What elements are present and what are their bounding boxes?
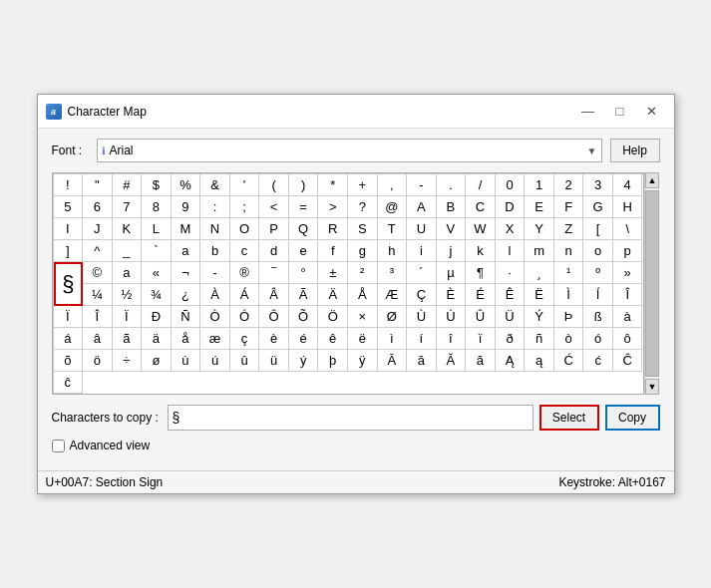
char-cell[interactable]: D: [496, 196, 526, 218]
char-cell[interactable]: g: [348, 240, 378, 262]
char-cell[interactable]: æ: [200, 328, 230, 350]
char-cell[interactable]: á: [54, 328, 84, 350]
char-cell[interactable]: Î: [613, 284, 643, 306]
char-cell[interactable]: »: [613, 262, 643, 284]
char-cell[interactable]: $: [142, 174, 172, 196]
char-cell[interactable]: N: [200, 218, 230, 240]
char-cell[interactable]: å: [172, 328, 201, 350]
char-cell[interactable]: «: [142, 262, 172, 284]
char-cell[interactable]: %: [172, 174, 201, 196]
char-cell[interactable]: ô: [613, 328, 643, 350]
char-cell[interactable]: K: [113, 218, 143, 240]
char-cell[interactable]: ±: [318, 262, 348, 284]
char-cell[interactable]: §: [54, 262, 84, 306]
scrollbar[interactable]: ▲ ▼: [644, 172, 660, 395]
char-cell[interactable]: I: [54, 218, 84, 240]
char-cell[interactable]: V: [437, 218, 467, 240]
char-cell[interactable]: ý: [289, 350, 319, 372]
char-cell[interactable]: a: [172, 240, 201, 262]
char-cell[interactable]: ä: [142, 328, 172, 350]
char-cell[interactable]: ¶: [466, 262, 496, 284]
char-cell[interactable]: c: [230, 240, 260, 262]
char-cell[interactable]: p: [613, 240, 643, 262]
char-cell[interactable]: 3: [583, 174, 613, 196]
help-button[interactable]: Help: [610, 139, 660, 162]
char-cell[interactable]: ë: [348, 328, 378, 350]
char-cell[interactable]: ¸: [525, 262, 554, 284]
char-cell[interactable]: &: [200, 174, 230, 196]
char-cell[interactable]: Þ: [554, 306, 584, 328]
char-cell[interactable]: (: [259, 174, 289, 196]
char-cell[interactable]: Õ: [289, 306, 319, 328]
char-cell[interactable]: ×: [348, 306, 378, 328]
char-cell[interactable]: Ì: [554, 284, 584, 306]
minimize-button[interactable]: —: [574, 101, 602, 123]
char-cell[interactable]: X: [496, 218, 526, 240]
char-cell[interactable]: ĉ: [54, 372, 84, 394]
char-cell[interactable]: i: [407, 240, 437, 262]
char-cell[interactable]: Ù: [407, 306, 437, 328]
char-cell[interactable]: º: [583, 262, 613, 284]
char-cell[interactable]: ā: [407, 350, 437, 372]
char-cell[interactable]: E: [525, 196, 554, 218]
char-cell[interactable]: ć: [583, 350, 613, 372]
char-cell[interactable]: Ā: [378, 350, 408, 372]
char-cell[interactable]: Ô: [259, 306, 289, 328]
char-cell[interactable]: î: [437, 328, 467, 350]
char-cell[interactable]: Û: [466, 306, 496, 328]
char-cell[interactable]: ą: [525, 350, 554, 372]
char-cell[interactable]: ç: [230, 328, 260, 350]
char-cell[interactable]: ´: [407, 262, 437, 284]
char-cell[interactable]: #: [113, 174, 143, 196]
char-cell[interactable]: ú: [200, 350, 230, 372]
restore-button[interactable]: □: [606, 101, 634, 123]
char-cell[interactable]: R: [318, 218, 348, 240]
char-cell[interactable]: h: [378, 240, 408, 262]
char-cell[interactable]: 9: [172, 196, 201, 218]
char-cell[interactable]: 8: [142, 196, 172, 218]
char-cell[interactable]: o: [583, 240, 613, 262]
char-cell[interactable]: Ê: [496, 284, 526, 306]
char-cell[interactable]: b: [200, 240, 230, 262]
char-cell[interactable]: ¾: [142, 284, 172, 306]
char-cell[interactable]: 5: [54, 196, 84, 218]
char-cell[interactable]: =: [289, 196, 319, 218]
char-cell[interactable]: ò: [554, 328, 584, 350]
char-cell[interactable]: À: [200, 284, 230, 306]
char-cell[interactable]: ³: [378, 262, 408, 284]
char-cell[interactable]: ø: [142, 350, 172, 372]
char-cell[interactable]: ^: [83, 240, 113, 262]
chars-to-copy-input[interactable]: [168, 405, 533, 431]
char-cell[interactable]: -: [200, 262, 230, 284]
char-cell[interactable]: ï: [466, 328, 496, 350]
char-cell[interactable]: *: [318, 174, 348, 196]
char-cell[interactable]: \: [613, 218, 643, 240]
char-cell[interactable]: í: [407, 328, 437, 350]
char-cell[interactable]: O: [230, 218, 260, 240]
char-cell[interactable]: Ð: [142, 306, 172, 328]
char-cell[interactable]: É: [466, 284, 496, 306]
char-cell[interactable]: Z: [554, 218, 584, 240]
char-cell[interactable]: ã: [113, 328, 143, 350]
font-dropdown[interactable]: ℹ Arial ▼: [97, 139, 602, 162]
char-cell[interactable]: Ë: [525, 284, 554, 306]
char-cell[interactable]: P: [259, 218, 289, 240]
char-cell[interactable]: <: [259, 196, 289, 218]
char-cell[interactable]: ?: [348, 196, 378, 218]
char-cell[interactable]: S: [348, 218, 378, 240]
char-cell[interactable]: ê: [318, 328, 348, 350]
char-cell[interactable]: /: [466, 174, 496, 196]
char-cell[interactable]: A: [407, 196, 437, 218]
char-cell[interactable]: a: [113, 262, 143, 284]
char-cell[interactable]: Ą: [496, 350, 526, 372]
char-cell[interactable]: ®: [230, 262, 260, 284]
char-cell[interactable]: Ú: [437, 306, 467, 328]
char-cell[interactable]: W: [466, 218, 496, 240]
char-cell[interactable]: Ñ: [172, 306, 201, 328]
char-cell[interactable]: `: [142, 240, 172, 262]
char-cell[interactable]: â: [83, 328, 113, 350]
char-cell[interactable]: ñ: [525, 328, 554, 350]
char-cell[interactable]: -: [407, 174, 437, 196]
char-cell[interactable]: Ý: [525, 306, 554, 328]
char-cell[interactable]: ;: [230, 196, 260, 218]
